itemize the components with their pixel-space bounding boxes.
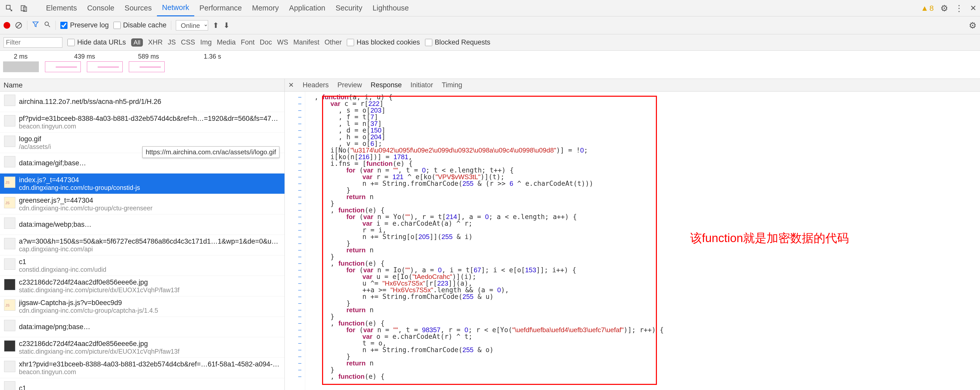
clear-icon[interactable] xyxy=(15,21,22,29)
filter-funnel-icon[interactable] xyxy=(32,21,39,30)
filter-type-xhr[interactable]: XHR xyxy=(148,38,162,46)
fold-dash-icon[interactable]: – xyxy=(285,160,305,167)
fold-dash-icon[interactable]: – xyxy=(285,247,305,253)
request-row[interactable]: greenseer.js?_t=447304cdn.dingxiang-inc.… xyxy=(0,194,285,214)
fold-dash-icon[interactable]: – xyxy=(285,140,305,147)
fold-dash-icon[interactable]: – xyxy=(285,233,305,240)
fold-dash-icon[interactable]: – xyxy=(285,287,305,293)
request-row[interactable]: index.js?_t=447304cdn.dingxiang-inc.com/… xyxy=(0,174,285,194)
fold-dash-icon[interactable]: – xyxy=(285,227,305,233)
fold-dash-icon[interactable]: – xyxy=(285,153,305,160)
request-row[interactable]: c232186dc72d4f24aac2df0e856eee6e.jpgstat… xyxy=(0,337,285,358)
fold-dash-icon[interactable]: – xyxy=(285,134,305,140)
fold-dash-icon[interactable]: – xyxy=(285,120,305,127)
fold-dash-icon[interactable]: – xyxy=(285,193,305,200)
fold-dash-icon[interactable]: – xyxy=(285,253,305,260)
fold-dash-icon[interactable]: – xyxy=(285,313,305,320)
response-code[interactable]: , function(a, i, u) { var c = r[222] , s… xyxy=(305,92,980,390)
fold-dash-icon[interactable]: – xyxy=(285,333,305,340)
request-row[interactable]: c1constid.dingxiang-inc.com/udid xyxy=(0,256,285,276)
fold-dash-icon[interactable]: – xyxy=(285,320,305,326)
fold-dash-icon[interactable]: – xyxy=(285,187,305,193)
filter-input[interactable] xyxy=(3,37,62,48)
request-list[interactable]: airchina.112.2o7.net/b/ss/acna-nh5-prd/1… xyxy=(0,92,285,390)
blocked-requests-checkbox[interactable]: Blocked Requests xyxy=(425,38,490,46)
filter-type-all[interactable]: All xyxy=(131,38,143,46)
panel-tab-console[interactable]: Console xyxy=(82,0,119,16)
more-menu-icon[interactable]: ⋮ xyxy=(955,3,963,13)
fold-dash-icon[interactable]: – xyxy=(285,213,305,220)
panel-tab-elements[interactable]: Elements xyxy=(41,0,82,16)
fold-dash-icon[interactable]: – xyxy=(285,280,305,287)
fold-dash-icon[interactable]: – xyxy=(285,147,305,153)
fold-dash-icon[interactable]: – xyxy=(285,353,305,360)
panel-tab-lighthouse[interactable]: Lighthouse xyxy=(367,0,414,16)
record-button-icon[interactable] xyxy=(3,22,10,29)
fold-dash-icon[interactable]: – xyxy=(285,174,305,180)
request-row[interactable]: a?w=300&h=150&s=50&ak=5f6727ec854786a86c… xyxy=(0,235,285,256)
has-blocked-cookies-input[interactable] xyxy=(347,39,354,46)
detail-tab-response[interactable]: Response xyxy=(371,81,402,89)
request-list-header[interactable]: Name xyxy=(0,79,285,92)
fold-dash-icon[interactable]: – xyxy=(285,94,305,100)
search-icon[interactable] xyxy=(44,21,51,30)
fold-dash-icon[interactable]: – xyxy=(285,293,305,300)
fold-dash-icon[interactable]: – xyxy=(285,307,305,313)
fold-dash-icon[interactable]: – xyxy=(285,220,305,227)
network-timeline[interactable]: 2 ms439 ms589 ms1.36 s xyxy=(0,51,980,79)
request-row[interactable]: xhr1?pvid=e31bceeb-8388-4a03-b881-d32eb5… xyxy=(0,358,285,378)
panel-tab-sources[interactable]: Sources xyxy=(119,0,157,16)
panel-tab-network[interactable]: Network xyxy=(157,0,194,16)
panel-tab-security[interactable]: Security xyxy=(331,0,368,16)
filter-type-other[interactable]: Other xyxy=(325,38,342,46)
fold-dash-icon[interactable]: – xyxy=(285,107,305,113)
detail-tab-timing[interactable]: Timing xyxy=(442,81,462,89)
request-row[interactable]: c232186dc72d4f24aac2df0e856eee6e.jpgstat… xyxy=(0,276,285,296)
fold-dash-icon[interactable]: – xyxy=(285,167,305,174)
fold-dash-icon[interactable]: – xyxy=(285,326,305,333)
detail-tab-initiator[interactable]: Initiator xyxy=(410,81,433,89)
fold-dash-icon[interactable]: – xyxy=(285,366,305,373)
fold-dash-icon[interactable]: – xyxy=(285,127,305,134)
has-blocked-cookies-checkbox[interactable]: Has blocked cookies xyxy=(347,38,420,46)
close-devtools-icon[interactable]: ✕ xyxy=(970,3,977,13)
filter-type-doc[interactable]: Doc xyxy=(260,38,272,46)
filter-type-img[interactable]: Img xyxy=(200,38,212,46)
filter-type-css[interactable]: CSS xyxy=(181,38,195,46)
fold-dash-icon[interactable]: – xyxy=(285,347,305,353)
preserve-log-checkbox[interactable]: Preserve log xyxy=(60,21,109,29)
panel-tab-memory[interactable]: Memory xyxy=(247,0,284,16)
fold-dash-icon[interactable]: – xyxy=(285,240,305,247)
filter-type-js[interactable]: JS xyxy=(168,38,176,46)
request-row[interactable]: pf?pvid=e31bceeb-8388-4a03-b881-d32eb574… xyxy=(0,112,285,133)
hide-data-urls-checkbox[interactable]: Hide data URLs xyxy=(67,38,126,46)
blocked-requests-input[interactable] xyxy=(425,39,432,46)
request-row[interactable]: data:image/png;base… xyxy=(0,317,285,337)
detail-tab-preview[interactable]: Preview xyxy=(337,81,362,89)
filter-type-media[interactable]: Media xyxy=(217,38,235,46)
fold-dash-icon[interactable]: – xyxy=(285,180,305,187)
detail-tab-headers[interactable]: Headers xyxy=(303,81,329,89)
request-row[interactable]: airchina.112.2o7.net/b/ss/acna-nh5-prd/1… xyxy=(0,92,285,112)
filter-type-font[interactable]: Font xyxy=(241,38,255,46)
request-row[interactable]: logo.gif/ac/assets/ihttps://m.airchina.c… xyxy=(0,133,285,153)
fold-dash-icon[interactable]: – xyxy=(285,200,305,207)
download-icon[interactable]: ⬇ xyxy=(223,21,229,30)
fold-dash-icon[interactable]: – xyxy=(285,100,305,107)
network-settings-gear-icon[interactable]: ⚙ xyxy=(969,21,977,30)
disable-cache-checkbox[interactable]: Disable cache xyxy=(113,21,167,29)
filter-type-ws[interactable]: WS xyxy=(277,38,288,46)
fold-dash-icon[interactable]: – xyxy=(285,113,305,120)
warnings-badge[interactable]: ▲ 8 xyxy=(921,4,934,13)
fold-dash-icon[interactable]: – xyxy=(285,267,305,273)
settings-gear-icon[interactable]: ⚙ xyxy=(940,3,948,13)
fold-dash-icon[interactable]: – xyxy=(285,360,305,366)
request-row[interactable]: jigsaw-Captcha-js.js?v=b0eec9d9cdn.dingx… xyxy=(0,296,285,317)
fold-dash-icon[interactable]: – xyxy=(285,373,305,380)
disable-cache-input[interactable] xyxy=(113,22,121,29)
request-row[interactable]: c1 xyxy=(0,378,285,390)
fold-dash-icon[interactable]: – xyxy=(285,260,305,267)
inspect-element-icon[interactable] xyxy=(5,3,14,13)
filter-type-manifest[interactable]: Manifest xyxy=(293,38,319,46)
fold-dash-icon[interactable]: – xyxy=(285,300,305,307)
